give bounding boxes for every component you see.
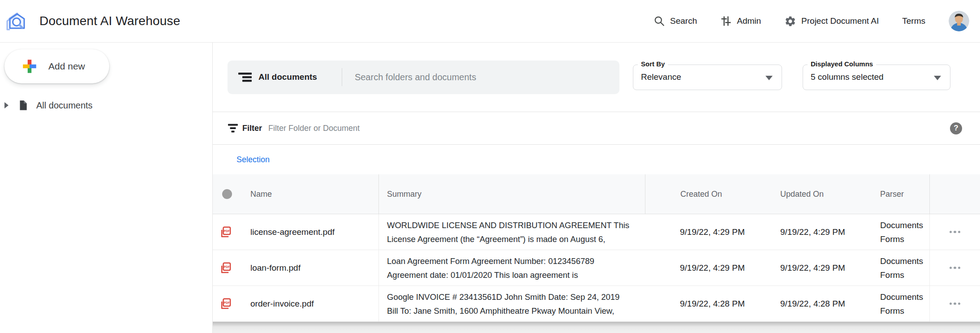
search-divider [342, 68, 342, 86]
svg-text:PDF: PDF [224, 301, 230, 304]
nav-admin[interactable]: Admin [720, 15, 761, 27]
filter-label: Filter [242, 124, 262, 133]
select-all-checkbox[interactable] [222, 189, 232, 199]
chevron-right-icon[interactable] [4, 102, 9, 108]
updated-on-value: 9/19/22, 4:28 PM [767, 299, 867, 309]
row-menu-icon[interactable] [946, 263, 964, 273]
table-row-order-invoice[interactable]: PDF order-invoice.pdf Google INVOICE # 2… [213, 286, 980, 322]
add-new-label: Add new [48, 61, 85, 72]
displayed-columns-value: 5 columns selected [811, 72, 884, 82]
user-avatar[interactable] [949, 11, 969, 31]
google-plus-icon [21, 58, 38, 75]
selection-row: Selection [213, 145, 980, 174]
column-header-summary[interactable]: Summary [378, 174, 645, 214]
scope-tab-label: All documents [258, 72, 317, 82]
app-title: Document AI Warehouse [39, 14, 180, 28]
scope-tab-all-documents[interactable]: All documents [238, 72, 317, 83]
help-icon[interactable]: ? [950, 122, 962, 134]
document-name[interactable]: license-agreement.pdf [244, 227, 378, 237]
pdf-file-icon: PDF [219, 262, 232, 274]
row-menu-icon[interactable] [946, 227, 964, 237]
sidebar: Add new All documents [0, 43, 213, 333]
search-icon [653, 15, 665, 27]
chevron-down-icon [765, 76, 773, 80]
pdf-file-icon: PDF [219, 298, 232, 310]
column-header-name[interactable]: Name [244, 190, 378, 199]
svg-text:PDF: PDF [224, 229, 230, 233]
document-summary: Loan Agreement Form Agreement Number: 01… [387, 254, 594, 282]
top-header: Document AI Warehouse Search Admin [0, 0, 980, 43]
sort-by-label: Sort By [638, 60, 668, 68]
app-logo-warehouse-icon [5, 10, 27, 32]
page-background [213, 322, 980, 333]
table-row-license-agreement[interactable]: PDF license-agreement.pdf WORLDWIDE LICE… [213, 214, 980, 250]
main-panel: All documents Sort By Relevance Displaye… [213, 43, 980, 333]
table-header-row: Name Summary Created On Updated On Parse… [213, 174, 980, 214]
created-on-value: 9/19/22, 4:28 PM [645, 299, 767, 309]
search-bar: All documents [228, 61, 619, 94]
filter-lines-icon [228, 123, 238, 133]
sort-by-value: Relevance [641, 72, 681, 82]
gear-icon [784, 15, 796, 27]
svg-text:PDF: PDF [224, 265, 230, 268]
list-lines-icon [238, 72, 252, 83]
tune-sliders-icon [720, 15, 732, 27]
nav-terms[interactable]: Terms [902, 16, 925, 26]
nav-search[interactable]: Search [653, 15, 697, 27]
column-header-created-on[interactable]: Created On [645, 174, 767, 214]
document-icon [17, 99, 29, 111]
displayed-columns-select[interactable]: Displayed Columns 5 columns selected [803, 65, 950, 90]
parser-value: Documents Forms [867, 254, 929, 282]
pdf-file-icon: PDF [219, 226, 232, 238]
displayed-columns-label: Displayed Columns [808, 60, 876, 68]
sidebar-item-all-documents[interactable]: All documents [0, 99, 212, 111]
row-menu-icon[interactable] [946, 299, 964, 309]
parser-value: Documents Forms [867, 218, 929, 246]
top-navigation: Search Admin Project Document AI Terms [653, 11, 969, 31]
search-toolbar: All documents Sort By Relevance Displaye… [213, 43, 980, 112]
parser-value: Documents Forms [867, 290, 929, 318]
table-row-loan-form[interactable]: PDF loan-form.pdf Loan Agreement Form Ag… [213, 250, 980, 286]
document-name[interactable]: loan-form.pdf [244, 263, 378, 273]
updated-on-value: 9/19/22, 4:29 PM [767, 263, 867, 273]
add-new-button[interactable]: Add new [4, 49, 109, 83]
column-header-updated-on[interactable]: Updated On [767, 190, 867, 199]
updated-on-value: 9/19/22, 4:29 PM [767, 227, 867, 237]
document-summary: Google INVOICE # 23413561D John Smith Da… [387, 290, 619, 318]
document-summary: WORLDWIDE LICENSE AND DISTRIBUTION AGREE… [387, 218, 629, 246]
content-area: Add new All documents [0, 43, 980, 333]
filter-input[interactable] [268, 124, 950, 133]
created-on-value: 9/19/22, 4:29 PM [645, 263, 767, 273]
created-on-value: 9/19/22, 4:29 PM [645, 227, 767, 237]
sidebar-item-label: All documents [36, 100, 93, 111]
document-name[interactable]: order-invoice.pdf [244, 299, 378, 309]
selection-link[interactable]: Selection [236, 155, 270, 164]
sort-by-select[interactable]: Sort By Relevance [633, 65, 782, 90]
chevron-down-icon [934, 76, 941, 80]
search-input[interactable] [355, 72, 610, 82]
nav-project-document-ai[interactable]: Project Document AI [784, 15, 879, 27]
filter-bar: Filter ? [213, 112, 980, 145]
column-header-parser[interactable]: Parser [867, 187, 929, 201]
document-ai-warehouse-app: Document AI Warehouse Search Admin [0, 0, 980, 333]
